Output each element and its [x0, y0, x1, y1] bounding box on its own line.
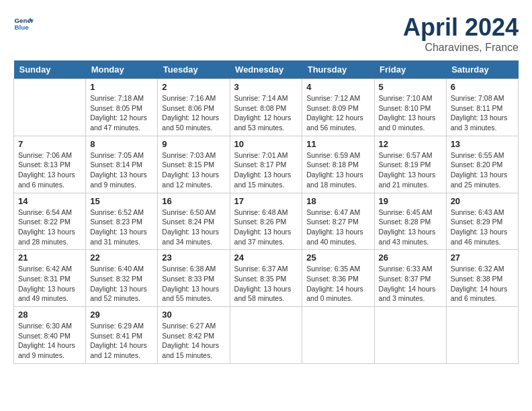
calendar-cell: 28 Sunrise: 6:30 AMSunset: 8:40 PMDaylig… [14, 307, 86, 364]
weekday-header: Tuesday [158, 60, 230, 79]
calendar-cell: 10 Sunrise: 7:01 AMSunset: 8:17 PMDaylig… [230, 136, 302, 193]
calendar-cell [14, 79, 86, 136]
calendar-week-row: 7 Sunrise: 7:06 AMSunset: 8:13 PMDayligh… [14, 136, 519, 193]
day-detail: Sunrise: 6:27 AMSunset: 8:42 PMDaylight:… [162, 321, 225, 361]
day-number: 27 [451, 253, 514, 263]
day-number: 19 [379, 196, 442, 206]
calendar-cell: 30 Sunrise: 6:27 AMSunset: 8:42 PMDaylig… [158, 307, 230, 364]
day-number: 7 [18, 139, 81, 149]
day-detail: Sunrise: 6:40 AMSunset: 8:32 PMDaylight:… [90, 264, 153, 304]
day-detail: Sunrise: 6:54 AMSunset: 8:22 PMDaylight:… [18, 208, 81, 247]
day-detail: Sunrise: 7:05 AMSunset: 8:14 PMDaylight:… [90, 150, 153, 190]
day-number: 6 [451, 82, 514, 92]
calendar-cell: 21 Sunrise: 6:42 AMSunset: 8:31 PMDaylig… [14, 250, 86, 307]
calendar-cell: 13 Sunrise: 6:55 AMSunset: 8:20 PMDaylig… [446, 136, 518, 193]
calendar-week-row: 21 Sunrise: 6:42 AMSunset: 8:31 PMDaylig… [14, 250, 519, 307]
day-number: 20 [451, 196, 514, 206]
day-number: 10 [234, 139, 298, 149]
day-number: 8 [90, 139, 153, 149]
calendar-cell: 9 Sunrise: 7:03 AMSunset: 8:15 PMDayligh… [158, 136, 230, 193]
calendar-table: SundayMondayTuesdayWednesdayThursdayFrid… [13, 60, 519, 364]
title-block: April 2024 Charavines, France [403, 13, 519, 54]
calendar-cell: 25 Sunrise: 6:35 AMSunset: 8:36 PMDaylig… [302, 250, 374, 307]
day-number: 5 [379, 82, 442, 92]
day-detail: Sunrise: 6:32 AMSunset: 8:38 PMDaylight:… [451, 264, 514, 304]
day-number: 16 [162, 196, 225, 206]
day-detail: Sunrise: 6:30 AMSunset: 8:40 PMDaylight:… [18, 321, 81, 361]
calendar-cell: 26 Sunrise: 6:33 AMSunset: 8:37 PMDaylig… [374, 250, 446, 307]
logo: General Blue [13, 13, 34, 34]
day-number: 24 [234, 253, 298, 263]
day-number: 2 [162, 82, 225, 92]
weekday-header: Saturday [446, 60, 518, 79]
day-number: 9 [162, 139, 225, 149]
day-detail: Sunrise: 7:08 AMSunset: 8:11 PMDaylight:… [451, 93, 514, 133]
day-detail: Sunrise: 6:33 AMSunset: 8:37 PMDaylight:… [379, 264, 442, 304]
day-number: 3 [234, 82, 298, 92]
weekday-header: Friday [374, 60, 446, 79]
calendar-cell: 29 Sunrise: 6:29 AMSunset: 8:41 PMDaylig… [86, 307, 158, 364]
calendar-cell: 8 Sunrise: 7:05 AMSunset: 8:14 PMDayligh… [86, 136, 158, 193]
calendar-week-row: 28 Sunrise: 6:30 AMSunset: 8:40 PMDaylig… [14, 307, 519, 364]
day-number: 17 [234, 196, 298, 206]
day-detail: Sunrise: 6:38 AMSunset: 8:33 PMDaylight:… [162, 264, 225, 304]
calendar-cell: 20 Sunrise: 6:43 AMSunset: 8:29 PMDaylig… [446, 193, 518, 250]
day-detail: Sunrise: 7:03 AMSunset: 8:15 PMDaylight:… [162, 150, 225, 190]
month-title: April 2024 [403, 13, 519, 42]
logo-icon: General Blue [13, 13, 34, 34]
calendar-cell [446, 307, 518, 364]
page-header: General Blue April 2024 Charavines, Fran… [13, 13, 519, 54]
day-number: 13 [451, 139, 514, 149]
day-detail: Sunrise: 6:55 AMSunset: 8:20 PMDaylight:… [451, 150, 514, 190]
location-subtitle: Charavines, France [403, 42, 519, 54]
day-detail: Sunrise: 6:50 AMSunset: 8:24 PMDaylight:… [162, 208, 225, 247]
day-detail: Sunrise: 6:42 AMSunset: 8:31 PMDaylight:… [18, 264, 81, 304]
day-detail: Sunrise: 6:47 AMSunset: 8:27 PMDaylight:… [306, 208, 369, 247]
calendar-cell: 4 Sunrise: 7:12 AMSunset: 8:09 PMDayligh… [302, 79, 374, 136]
day-number: 29 [90, 310, 153, 320]
calendar-cell: 5 Sunrise: 7:10 AMSunset: 8:10 PMDayligh… [374, 79, 446, 136]
day-number: 18 [306, 196, 369, 206]
calendar-cell: 23 Sunrise: 6:38 AMSunset: 8:33 PMDaylig… [158, 250, 230, 307]
weekday-header: Wednesday [230, 60, 302, 79]
day-detail: Sunrise: 6:57 AMSunset: 8:19 PMDaylight:… [379, 150, 442, 190]
day-number: 12 [379, 139, 442, 149]
day-detail: Sunrise: 6:52 AMSunset: 8:23 PMDaylight:… [90, 208, 153, 247]
day-detail: Sunrise: 6:48 AMSunset: 8:26 PMDaylight:… [234, 208, 298, 247]
calendar-cell: 1 Sunrise: 7:18 AMSunset: 8:05 PMDayligh… [86, 79, 158, 136]
weekday-header: Monday [86, 60, 158, 79]
day-number: 21 [18, 253, 81, 263]
weekday-header-row: SundayMondayTuesdayWednesdayThursdayFrid… [14, 60, 519, 79]
day-detail: Sunrise: 7:01 AMSunset: 8:17 PMDaylight:… [234, 150, 298, 190]
calendar-cell: 14 Sunrise: 6:54 AMSunset: 8:22 PMDaylig… [14, 193, 86, 250]
day-number: 28 [18, 310, 81, 320]
calendar-week-row: 14 Sunrise: 6:54 AMSunset: 8:22 PMDaylig… [14, 193, 519, 250]
day-detail: Sunrise: 7:14 AMSunset: 8:08 PMDaylight:… [234, 93, 298, 133]
calendar-cell: 15 Sunrise: 6:52 AMSunset: 8:23 PMDaylig… [86, 193, 158, 250]
calendar-cell: 19 Sunrise: 6:45 AMSunset: 8:28 PMDaylig… [374, 193, 446, 250]
calendar-cell [374, 307, 446, 364]
day-number: 23 [162, 253, 225, 263]
calendar-cell: 27 Sunrise: 6:32 AMSunset: 8:38 PMDaylig… [446, 250, 518, 307]
calendar-cell: 24 Sunrise: 6:37 AMSunset: 8:35 PMDaylig… [230, 250, 302, 307]
calendar-cell: 17 Sunrise: 6:48 AMSunset: 8:26 PMDaylig… [230, 193, 302, 250]
day-number: 1 [90, 82, 153, 92]
day-detail: Sunrise: 6:43 AMSunset: 8:29 PMDaylight:… [451, 208, 514, 247]
svg-text:Blue: Blue [15, 24, 30, 31]
calendar-cell: 6 Sunrise: 7:08 AMSunset: 8:11 PMDayligh… [446, 79, 518, 136]
day-number: 11 [306, 139, 369, 149]
day-number: 22 [90, 253, 153, 263]
day-detail: Sunrise: 6:35 AMSunset: 8:36 PMDaylight:… [306, 264, 369, 304]
day-detail: Sunrise: 7:12 AMSunset: 8:09 PMDaylight:… [306, 93, 369, 133]
day-detail: Sunrise: 6:45 AMSunset: 8:28 PMDaylight:… [379, 208, 442, 247]
day-number: 14 [18, 196, 81, 206]
day-detail: Sunrise: 7:18 AMSunset: 8:05 PMDaylight:… [90, 93, 153, 133]
weekday-header: Thursday [302, 60, 374, 79]
weekday-header: Sunday [14, 60, 86, 79]
day-detail: Sunrise: 7:06 AMSunset: 8:13 PMDaylight:… [18, 150, 81, 190]
day-number: 25 [306, 253, 369, 263]
calendar-cell: 18 Sunrise: 6:47 AMSunset: 8:27 PMDaylig… [302, 193, 374, 250]
day-detail: Sunrise: 6:37 AMSunset: 8:35 PMDaylight:… [234, 264, 298, 304]
calendar-cell: 16 Sunrise: 6:50 AMSunset: 8:24 PMDaylig… [158, 193, 230, 250]
calendar-cell: 7 Sunrise: 7:06 AMSunset: 8:13 PMDayligh… [14, 136, 86, 193]
